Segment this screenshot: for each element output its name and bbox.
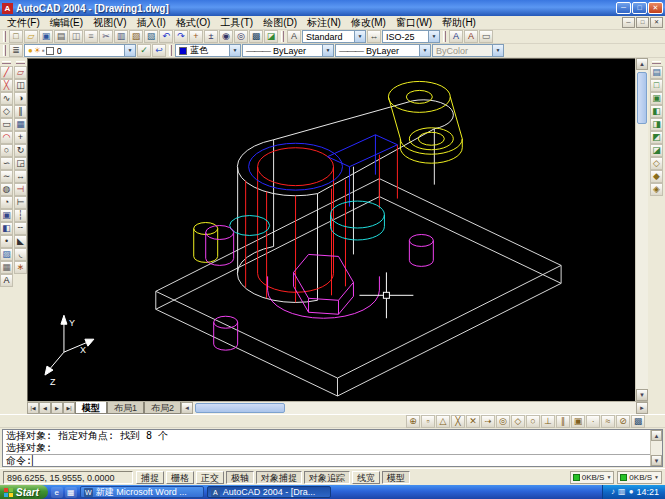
antivirus-tray-icon[interactable]: ● [629,486,634,498]
scroll-right-button[interactable]: ► [636,402,648,414]
snap-endpoint-icon[interactable]: ▫ [421,415,435,428]
text-style-manager-icon[interactable]: A [449,30,463,43]
spline-icon[interactable]: ∼ [0,170,13,183]
new-drawing-icon[interactable]: □ [9,30,23,43]
tab-next-button[interactable]: ▶ [51,402,63,414]
offset-icon[interactable]: ∥ [14,105,27,118]
horizontal-scroll-track[interactable] [193,402,636,414]
scroll-up-button[interactable]: ▲ [636,58,648,70]
menu-insert[interactable]: 插入(I) [131,16,170,30]
close-button[interactable]: ✕ [648,2,663,14]
otrack-toggle[interactable]: 对象追踪 [304,471,350,484]
properties-icon[interactable]: ▩ [249,30,263,43]
named-views-icon[interactable]: ▤ [650,66,663,79]
horizontal-scrollbar[interactable]: ◄ ► [181,402,648,414]
break-at-point-icon[interactable]: ┆ [14,209,27,222]
copy-icon[interactable]: ▥ [114,30,128,43]
drawing-area[interactable]: Y X Z [27,58,635,401]
redo-icon[interactable]: ↷ [174,30,188,43]
snap-tangent-icon[interactable]: ○ [526,415,540,428]
toolbar-grip[interactable] [16,61,25,64]
save-icon[interactable]: ▣ [39,30,53,43]
zoom-realtime-icon[interactable]: ± [204,30,218,43]
snap-toggle[interactable]: 捕捉 [136,471,164,484]
command-history[interactable]: 选择对象: 指定对角点: 找到 8 个 选择对象: 命令:▏ [3,430,650,466]
insert-block-icon[interactable]: ▣ [0,209,13,222]
ortho-toggle[interactable]: 正交 [196,471,224,484]
snap-extension-icon[interactable]: ⇢ [481,415,495,428]
layers-manager-icon[interactable]: ≣ [9,44,23,57]
dropdown-arrow-icon[interactable]: ▼ [419,45,430,56]
cut-icon[interactable]: ✂ [99,30,113,43]
polygon-icon[interactable]: ◇ [0,105,13,118]
scroll-down-button[interactable]: ▼ [651,455,662,466]
break-icon[interactable]: ╌ [14,222,27,235]
front-view-icon[interactable]: ◩ [650,131,663,144]
layer-previous-icon[interactable]: ↩ [152,44,166,57]
start-button[interactable]: Start [0,485,48,499]
text-style-combo[interactable]: Standard ▼ [302,30,366,43]
point-icon[interactable]: • [0,235,13,248]
paste-icon[interactable]: ▨ [129,30,143,43]
child-minimize-button[interactable]: ─ [622,17,635,28]
toolbar-grip[interactable] [652,61,661,64]
left-view-icon[interactable]: ◧ [650,105,663,118]
mtext-icon[interactable]: A [0,274,13,287]
osnap-settings-icon[interactable]: ▩ [631,415,645,428]
construction-line-icon[interactable]: ╳ [0,79,13,92]
hatch-icon[interactable]: ▨ [0,248,13,261]
arc-icon[interactable]: ◠ [0,131,13,144]
open-icon[interactable]: ▱ [24,30,38,43]
snap-perpendicular-icon[interactable]: ⊥ [541,415,555,428]
move-icon[interactable]: + [14,131,27,144]
designcenter-icon[interactable]: ◪ [264,30,278,43]
snap-insert-icon[interactable]: ▣ [571,415,585,428]
region-icon[interactable]: ▦ [0,261,13,274]
revcloud-icon[interactable]: ∽ [0,157,13,170]
vertical-scroll-thumb[interactable] [637,72,647,124]
dim-style-icon[interactable]: ↔ [367,30,381,43]
snap-none-icon[interactable]: ⊘ [616,415,630,428]
toolbar-grip[interactable] [2,61,11,64]
rotate-icon[interactable]: ↻ [14,144,27,157]
tab-last-button[interactable]: ▶| [63,402,75,414]
right-view-icon[interactable]: ◨ [650,118,663,131]
scroll-down-button[interactable]: ▼ [636,389,648,401]
child-restore-button[interactable]: □ [636,17,649,28]
toolbar-grip[interactable] [169,45,172,56]
osnap-toggle[interactable]: 对象捕捉 [256,471,302,484]
layer-combo[interactable]: ● ☀ ▪ 0 ▼ [24,44,136,57]
line-icon[interactable]: ╱ [0,66,13,79]
erase-icon[interactable]: ▱ [14,66,27,79]
menu-format[interactable]: 格式(O) [171,16,215,30]
ie-quicklaunch-icon[interactable]: e [51,487,63,498]
rectangle-icon[interactable]: ▭ [0,118,13,131]
show-desktop-icon[interactable]: ▦ [65,487,77,498]
tab-layout1[interactable]: 布局1 [107,402,144,414]
tab-first-button[interactable]: |◀ [27,402,39,414]
top-view-icon[interactable]: □ [650,79,663,92]
toolbar-grip[interactable] [443,31,446,42]
menu-edit[interactable]: 编辑(E) [45,16,88,30]
dropdown-arrow-icon[interactable]: ▼ [354,31,365,42]
task-word-document[interactable]: W 新建 Microsoft Word ... [80,486,204,498]
child-close-button[interactable]: ✕ [650,17,663,28]
undo-icon[interactable]: ↶ [159,30,173,43]
text-style-icon[interactable]: A [287,30,301,43]
se-isometric-icon[interactable]: ◆ [650,170,663,183]
snap-quadrant-icon[interactable]: ◇ [511,415,525,428]
color-combo[interactable]: 蓝色 ▼ [175,44,241,57]
vertical-scroll-track[interactable] [636,70,648,389]
scale-icon[interactable]: ◲ [14,157,27,170]
match-properties-icon[interactable]: ▧ [144,30,158,43]
scroll-up-button[interactable]: ▲ [651,430,662,441]
snap-intersection-icon[interactable]: ╳ [451,415,465,428]
maximize-button[interactable]: □ [632,2,647,14]
dropdown-arrow-icon[interactable]: ▼ [322,45,333,56]
command-scroll-track[interactable] [651,441,662,455]
vertical-scrollbar[interactable]: ▲ ▼ [635,58,648,401]
array-icon[interactable]: ▦ [14,118,27,131]
polyline-icon[interactable]: ∿ [0,92,13,105]
extend-icon[interactable]: ⊢ [14,196,27,209]
dropdown-arrow-icon[interactable]: ▼ [124,45,135,56]
